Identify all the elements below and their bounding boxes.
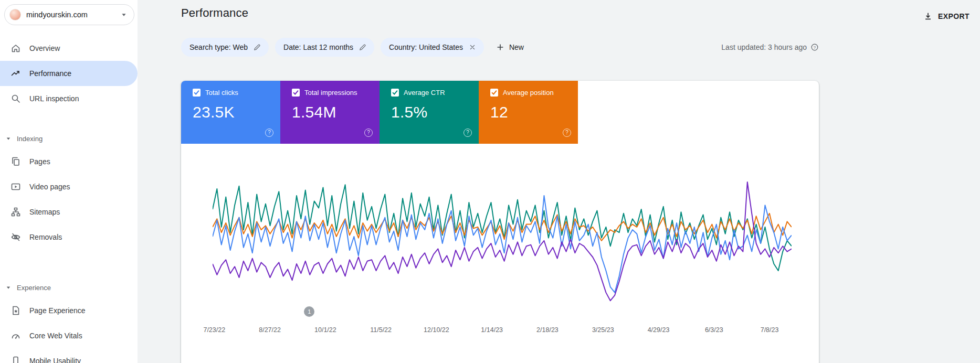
x-axis-label: 3/25/23 xyxy=(592,326,614,334)
sidebar-item-label: URL inspection xyxy=(29,94,79,103)
metric-value: 23.5K xyxy=(193,103,280,121)
help-icon[interactable]: ? xyxy=(810,43,819,51)
chevron-down-icon xyxy=(4,134,13,143)
trending-up-icon xyxy=(10,68,21,79)
filter-chip-label: Date: Last 12 months xyxy=(283,43,353,51)
x-axis-label: 4/29/23 xyxy=(648,326,670,334)
filter-row: Search type: WebDate: Last 12 monthsCoun… xyxy=(181,38,819,57)
sidebar-item-label: Pages xyxy=(29,157,50,166)
help-icon[interactable]: ? xyxy=(265,129,273,137)
sidebar-section-experience[interactable]: Experience xyxy=(0,277,138,298)
sidebar-section-label: Indexing xyxy=(17,135,43,143)
export-button[interactable]: EXPORT xyxy=(920,9,973,23)
metric-label: Average CTR xyxy=(404,89,445,97)
metric-checkbox[interactable] xyxy=(391,89,399,97)
metric-checkbox[interactable] xyxy=(292,89,300,97)
metric-value: 1.5% xyxy=(391,103,479,121)
sidebar-item-mobile-usability[interactable]: Mobile Usability xyxy=(0,348,138,363)
svg-text:?: ? xyxy=(814,45,816,50)
export-label: EXPORT xyxy=(938,12,970,20)
filter-chip-country[interactable]: Country: United States xyxy=(381,38,484,57)
main-header: Performance EXPORT xyxy=(181,0,980,23)
sidebar-item-video-pages[interactable]: Video pages xyxy=(0,174,138,199)
sidebar-item-pages[interactable]: Pages xyxy=(0,149,138,174)
help-icon[interactable]: ? xyxy=(364,129,373,137)
last-updated: Last updated: 3 hours ago ? xyxy=(721,43,819,51)
removals-icon xyxy=(10,232,21,242)
page-title: Performance xyxy=(181,6,980,20)
sidebar-item-label: Removals xyxy=(29,233,62,241)
close-icon[interactable] xyxy=(468,43,477,51)
metric-tile-total-clicks[interactable]: Total clicks23.5K? xyxy=(181,81,280,144)
sidebar-section-label: Experience xyxy=(17,284,51,292)
metric-tile-header: Average position xyxy=(490,89,578,97)
x-axis-label: 8/27/22 xyxy=(259,326,281,334)
filter-chip-label: Country: United States xyxy=(389,43,463,51)
edit-icon[interactable] xyxy=(359,43,367,51)
metric-checkbox[interactable] xyxy=(193,89,201,97)
sidebar-item-removals[interactable]: Removals xyxy=(0,225,138,250)
chevron-down-icon xyxy=(4,283,13,292)
sidebar-item-performance[interactable]: Performance xyxy=(0,61,138,86)
x-axis-label: 7/23/22 xyxy=(203,326,225,334)
sidebar-item-page-experience[interactable]: Page Experience xyxy=(0,298,138,323)
metric-checkbox[interactable] xyxy=(490,89,498,97)
new-filter-label: New xyxy=(509,43,524,51)
sidebar-item-sitemaps[interactable]: Sitemaps xyxy=(0,199,138,225)
new-filter-button[interactable]: New xyxy=(491,39,528,55)
property-name: mindyourskin.com xyxy=(26,10,114,19)
help-icon[interactable]: ? xyxy=(563,129,571,137)
home-icon xyxy=(10,43,21,54)
main-content: Performance EXPORT Search type: WebDate:… xyxy=(138,0,980,363)
metric-tile-header: Average CTR xyxy=(391,89,479,97)
help-icon[interactable]: ? xyxy=(463,129,472,137)
x-axis-labels: 7/23/228/27/2210/1/2211/5/2212/10/221/14… xyxy=(213,326,792,336)
sidebar-item-label: Core Web Vitals xyxy=(29,332,82,340)
mobile-usability-icon xyxy=(10,356,21,363)
metric-tile-header: Total impressions xyxy=(292,89,380,97)
chart-annotation-badge[interactable]: 1 xyxy=(304,306,314,317)
metric-label: Total clicks xyxy=(205,89,238,97)
x-axis-label: 2/18/23 xyxy=(536,326,559,334)
property-logo-icon xyxy=(9,9,21,20)
metric-label: Average position xyxy=(503,89,554,97)
sidebar-section-indexing[interactable]: Indexing xyxy=(0,128,138,149)
x-axis-label: 10/1/22 xyxy=(314,326,336,334)
search-icon xyxy=(10,93,21,104)
sidebar-item-core-web-vitals[interactable]: Core Web Vitals xyxy=(0,323,138,348)
chevron-down-icon xyxy=(119,10,129,19)
last-updated-text: Last updated: 3 hours ago xyxy=(721,43,807,51)
plus-icon xyxy=(496,42,505,52)
metric-tile-average-position[interactable]: Average position12? xyxy=(479,81,578,144)
sidebar: mindyourskin.com OverviewPerformanceURL … xyxy=(0,0,138,363)
app-root: mindyourskin.com OverviewPerformanceURL … xyxy=(0,0,980,363)
x-axis-label: 1/14/23 xyxy=(481,326,503,334)
sidebar-item-label: Page Experience xyxy=(29,306,86,315)
x-axis-label: 7/8/23 xyxy=(761,326,779,334)
sidebar-item-url-inspection[interactable]: URL inspection xyxy=(0,86,138,111)
performance-chart xyxy=(213,165,792,322)
metric-tile-average-ctr[interactable]: Average CTR1.5%? xyxy=(380,81,479,144)
edit-icon[interactable] xyxy=(253,43,261,51)
metric-tiles: Total clicks23.5K?Total impressions1.54M… xyxy=(181,81,819,144)
x-axis-label: 6/3/23 xyxy=(705,326,723,334)
property-selector[interactable]: mindyourskin.com xyxy=(4,4,134,25)
sidebar-item-label: Overview xyxy=(29,44,60,52)
x-axis-label: 12/10/22 xyxy=(424,326,449,334)
metric-value: 1.54M xyxy=(292,103,380,121)
metric-label: Total impressions xyxy=(304,89,357,97)
sitemaps-icon xyxy=(10,207,21,217)
metric-tile-total-impressions[interactable]: Total impressions1.54M? xyxy=(280,81,380,144)
metric-value: 12 xyxy=(490,103,578,121)
sidebar-item-overview[interactable]: Overview xyxy=(0,36,138,61)
sidebar-item-label: Performance xyxy=(29,69,71,78)
pages-icon xyxy=(10,156,21,167)
video-pages-icon xyxy=(10,181,21,192)
sidebar-item-label: Video pages xyxy=(29,183,70,191)
download-icon xyxy=(923,12,933,21)
filter-chip-search-type[interactable]: Search type: Web xyxy=(181,38,269,57)
filter-chip-date[interactable]: Date: Last 12 months xyxy=(275,38,374,57)
sidebar-sections: IndexingPagesVideo pagesSitemapsRemovals… xyxy=(0,128,138,363)
sidebar-item-label: Sitemaps xyxy=(29,208,60,216)
sidebar-item-label: Mobile Usability xyxy=(29,357,81,363)
